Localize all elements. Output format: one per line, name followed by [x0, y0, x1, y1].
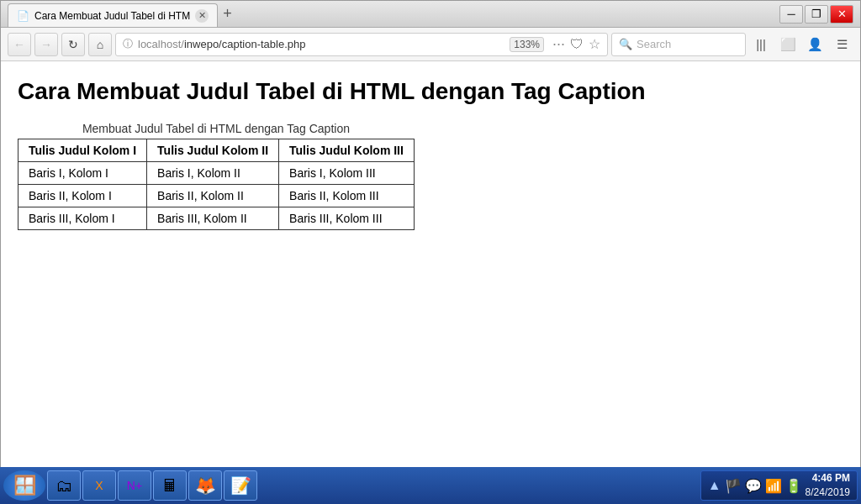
- nav-bar: ← → ↻ ⌂ ⓘ localhost/inwepo/caption-table…: [1, 28, 860, 61]
- minimize-button[interactable]: ─: [779, 5, 803, 24]
- search-placeholder: Search: [637, 38, 671, 50]
- browser-window: 📄 Cara Membuat Judul Tabel di HTM ✕ + ─ …: [0, 0, 861, 470]
- taskbar-app-calc[interactable]: 🖩: [153, 470, 187, 501]
- tab-title: Cara Membuat Judul Tabel di HTM: [34, 10, 190, 22]
- page-content: Cara Membuat Judul Tabel di HTML dengan …: [1, 61, 860, 470]
- col-header-2: Tulis Judul Kolom II: [147, 139, 279, 162]
- tab-favicon: 📄: [17, 10, 29, 22]
- taskbar-app-xampp[interactable]: X: [82, 470, 116, 501]
- tray-message-icon: 💬: [745, 478, 762, 494]
- tray-flag-icon: 🏴: [725, 478, 742, 494]
- tab-bar: 📄 Cara Membuat Judul Tabel di HTM ✕ +: [8, 1, 237, 27]
- new-tab-button[interactable]: +: [218, 5, 237, 23]
- reload-button[interactable]: ↻: [61, 33, 85, 56]
- table-row: Baris I, Kolom I Baris I, Kolom II Baris…: [18, 162, 415, 185]
- table-header-row: Tulis Judul Kolom I Tulis Judul Kolom II…: [18, 139, 415, 162]
- maximize-button[interactable]: ❐: [805, 5, 828, 24]
- table-caption: Membuat Judul Tabel di HTML dengan Tag C…: [18, 122, 415, 135]
- reading-list-icon[interactable]: |||: [749, 33, 773, 56]
- cell-1-3: Baris I, Kolom III: [279, 162, 415, 185]
- address-path: inwepo/caption-table.php: [184, 38, 306, 50]
- tray-up-arrow[interactable]: ▲: [708, 478, 721, 494]
- col-header-1: Tulis Judul Kolom I: [18, 139, 147, 162]
- tray-clock: 4:46 PM 8/24/2019: [806, 471, 850, 500]
- taskbar: 🪟 🗂 X N+ 🖩 🦊 📝 ▲ 🏴 💬 📶 🔋 4:46 PM 8/24/20…: [0, 467, 861, 504]
- active-tab[interactable]: 📄 Cara Membuat Judul Tabel di HTM ✕: [8, 3, 218, 27]
- synced-tabs-icon[interactable]: ⬜: [776, 33, 800, 56]
- title-bar: 📄 Cara Membuat Judul Tabel di HTM ✕ + ─ …: [1, 1, 860, 28]
- taskbar-app-explorer[interactable]: 🗂: [47, 470, 81, 501]
- cell-3-2: Baris III, Kolom II: [147, 207, 279, 230]
- page-heading: Cara Membuat Judul Tabel di HTML dengan …: [18, 78, 843, 105]
- close-button[interactable]: ✕: [830, 5, 853, 24]
- tray-battery-icon: 🔋: [785, 478, 802, 494]
- demo-table: Membuat Judul Tabel di HTML dengan Tag C…: [18, 122, 415, 230]
- search-bar[interactable]: 🔍 Search: [611, 33, 746, 56]
- home-button[interactable]: ⌂: [88, 33, 112, 56]
- taskbar-tray: ▲ 🏴 💬 📶 🔋 4:46 PM 8/24/2019: [700, 470, 858, 501]
- clock-time: 4:46 PM: [806, 471, 850, 486]
- more-options-icon[interactable]: ···: [552, 35, 565, 53]
- search-icon: 🔍: [619, 38, 632, 50]
- table-row: Baris II, Kolom I Baris II, Kolom II Bar…: [18, 185, 415, 207]
- bookmark-shield-icon: 🛡: [570, 37, 584, 52]
- tray-network-icon: 📶: [765, 478, 782, 494]
- bookmark-star-icon[interactable]: ☆: [589, 36, 600, 52]
- start-button[interactable]: 🪟: [3, 470, 45, 501]
- clock-date: 8/24/2019: [806, 486, 850, 500]
- profile-icon[interactable]: 👤: [803, 33, 827, 56]
- address-host: localhost/: [138, 38, 184, 50]
- cell-2-1: Baris II, Kolom I: [18, 185, 147, 207]
- table-wrapper: Membuat Judul Tabel di HTML dengan Tag C…: [18, 122, 415, 230]
- col-header-3: Tulis Judul Kolom III: [279, 139, 415, 162]
- window-controls: ─ ❐ ✕: [779, 5, 853, 24]
- taskbar-app-notepadplus[interactable]: N+: [118, 470, 151, 501]
- cell-1-1: Baris I, Kolom I: [18, 162, 147, 185]
- cell-2-3: Baris II, Kolom III: [279, 185, 415, 207]
- menu-icon[interactable]: ☰: [830, 33, 853, 56]
- cell-3-3: Baris III, Kolom III: [279, 207, 415, 230]
- cell-2-2: Baris II, Kolom II: [147, 185, 279, 207]
- tray-icons: ▲ 🏴 💬 📶 🔋: [708, 478, 802, 494]
- back-button[interactable]: ←: [8, 33, 31, 56]
- security-icon: ⓘ: [123, 37, 133, 51]
- cell-3-1: Baris III, Kolom I: [18, 207, 147, 230]
- tab-close-button[interactable]: ✕: [195, 9, 209, 23]
- forward-button[interactable]: →: [34, 33, 58, 56]
- cell-1-2: Baris I, Kolom II: [147, 162, 279, 185]
- zoom-level: 133%: [510, 37, 544, 52]
- taskbar-app-firefox[interactable]: 🦊: [188, 470, 222, 501]
- address-bar[interactable]: ⓘ localhost/inwepo/caption-table.php 133…: [115, 33, 608, 56]
- taskbar-app-word[interactable]: 📝: [224, 470, 257, 501]
- table-row: Baris III, Kolom I Baris III, Kolom II B…: [18, 207, 415, 230]
- address-text: localhost/inwepo/caption-table.php: [138, 38, 305, 50]
